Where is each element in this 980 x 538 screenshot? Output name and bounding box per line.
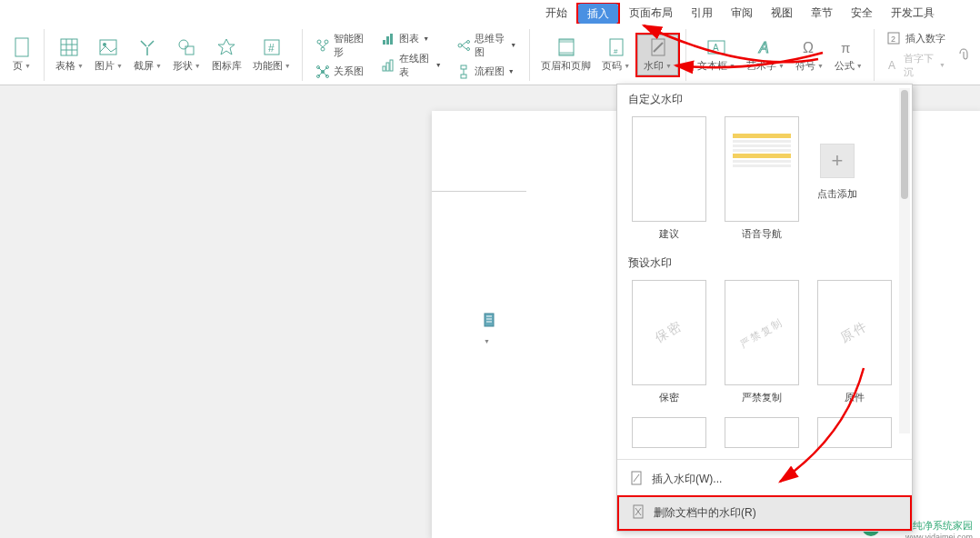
icons-label: 图标库	[212, 59, 242, 73]
menu-start[interactable]: 开始	[536, 2, 576, 25]
insert-number-button[interactable]: 2插入数字	[884, 30, 949, 48]
textbox-button[interactable]: A 文本框▼	[692, 35, 741, 75]
preset-wm-thumb-2[interactable]: 严禁复制	[725, 280, 799, 385]
custom-watermark-title: 自定义水印	[617, 85, 912, 111]
page-options-icon[interactable]: ▼	[484, 313, 496, 327]
svg-point-42	[466, 40, 469, 43]
dropdown-scrollbar[interactable]	[899, 88, 910, 433]
page-icon	[12, 37, 32, 57]
remove-watermark-menu-item[interactable]: 删除文档中的水印(R)	[619, 497, 910, 529]
custom-wm-thumb-1[interactable]	[632, 116, 706, 222]
table-icon	[59, 37, 79, 57]
page-dropdown-button[interactable]: 页▼	[5, 35, 38, 75]
drop-cap-button[interactable]: A首字下沉▼	[884, 50, 949, 81]
flowchart-button[interactable]: 流程图▼	[453, 63, 520, 81]
svg-line-31	[318, 72, 323, 76]
doc-preview-thumb	[725, 117, 798, 221]
watermark-button[interactable]: 水印▼	[637, 35, 678, 75]
equation-icon: π	[838, 37, 858, 57]
mindmap-label: 思维导图	[475, 32, 506, 59]
wordart-label: 艺术字	[746, 59, 776, 73]
menu-page-layout[interactable]: 页面布局	[620, 2, 682, 25]
svg-line-67	[634, 474, 639, 482]
svg-text:π: π	[841, 40, 850, 55]
menu-section[interactable]: 章节	[802, 2, 842, 25]
menu-devtools[interactable]: 开发工具	[882, 2, 944, 25]
icons-button[interactable]: 图标库	[206, 35, 247, 75]
screenshot-label: 截屏	[134, 59, 154, 73]
custom-wm-thumb-2[interactable]	[725, 116, 799, 222]
function-icon: #	[262, 37, 282, 57]
shapes-button[interactable]: 形状▼	[167, 35, 206, 75]
equation-label: 公式	[835, 59, 855, 73]
chart-icon	[381, 32, 395, 46]
svg-rect-45	[461, 75, 466, 78]
preset-wm-thumb-5[interactable]	[725, 417, 799, 448]
insert-wm-icon	[630, 471, 645, 488]
svg-rect-8	[61, 39, 77, 55]
function-label: 功能图	[253, 59, 283, 73]
smartart-button[interactable]: 智能图形	[312, 30, 371, 61]
header-footer-button[interactable]: 页眉和页脚	[535, 35, 596, 75]
flowchart-icon	[456, 65, 471, 79]
chart-label: 图表	[399, 32, 419, 45]
menu-insert[interactable]: 插入	[578, 4, 618, 24]
relation-button[interactable]: 关系图	[312, 63, 371, 81]
menu-review[interactable]: 审阅	[722, 2, 762, 25]
add-custom-wm-label: 点击添加	[817, 187, 857, 201]
online-chart-label: 在线图表	[399, 52, 431, 79]
remove-wm-highlight: 删除文档中的水印(R)	[617, 495, 912, 531]
preset-wm-thumb-3[interactable]: 原件	[817, 280, 892, 385]
page-number-label: 页码	[602, 59, 622, 73]
drop-cap-label: 首字下沉	[904, 52, 935, 79]
svg-point-21	[321, 47, 325, 51]
menu-references[interactable]: 引用	[682, 2, 722, 25]
page-number-button[interactable]: # 页码▼	[596, 35, 635, 75]
remove-wm-label: 删除文档中的水印(R)	[654, 505, 756, 521]
svg-line-23	[323, 44, 326, 47]
preset-wm-thumb-4[interactable]	[632, 417, 706, 448]
insert-watermark-menu-item[interactable]: 插入水印(W)...	[617, 463, 912, 495]
menu-security[interactable]: 安全	[842, 2, 882, 25]
symbol-button[interactable]: Ω 符号▼	[790, 35, 829, 75]
screenshot-button[interactable]: 截屏▼	[128, 35, 167, 75]
page-label: 页	[13, 59, 23, 73]
watermark-icon	[648, 37, 668, 57]
svg-rect-62	[485, 314, 494, 326]
wm-preview-text-3: 原件	[838, 318, 872, 347]
wordart-button[interactable]: A 艺术字▼	[741, 35, 790, 75]
table-button[interactable]: 表格▼	[50, 35, 89, 75]
flowchart-label: 流程图	[475, 65, 505, 78]
online-chart-button[interactable]: 在线图表▼	[377, 50, 445, 81]
wm-preview-text-1: 保密	[653, 318, 686, 347]
wordart-icon: A	[755, 37, 775, 57]
preset-wm-label-2: 严禁复制	[742, 391, 782, 404]
insert-number-label: 插入数字	[905, 32, 945, 45]
svg-line-53	[654, 43, 663, 52]
remove-wm-icon	[632, 504, 646, 522]
svg-rect-35	[390, 34, 393, 45]
add-custom-wm-button[interactable]: +	[820, 144, 855, 178]
relation-icon	[315, 65, 330, 79]
svg-line-30	[323, 67, 327, 72]
equation-button[interactable]: π 公式▼	[829, 35, 868, 75]
picture-button[interactable]: 图片▼	[89, 35, 128, 75]
page-margin-corner	[432, 191, 526, 309]
page-number-icon: #	[606, 37, 626, 57]
mindmap-button[interactable]: 思维导图▼	[453, 30, 520, 61]
symbol-label: 符号	[795, 59, 815, 73]
attachment-icon[interactable]	[953, 46, 975, 65]
svg-text:#: #	[614, 47, 618, 55]
preset-wm-thumb-6[interactable]	[817, 417, 892, 448]
menu-view[interactable]: 视图	[762, 2, 802, 25]
textbox-label: 文本框	[697, 59, 727, 73]
preset-wm-thumb-1[interactable]: 保密	[632, 280, 706, 385]
picture-label: 图片	[95, 59, 115, 73]
drop-cap-icon: A	[887, 58, 900, 73]
function-button[interactable]: # 功能图▼	[247, 35, 296, 75]
table-label: 表格	[55, 59, 75, 73]
chart-button[interactable]: 图表▼	[377, 30, 445, 48]
textbox-icon: A	[706, 37, 726, 57]
svg-line-40	[462, 42, 466, 45]
online-chart-icon	[381, 58, 395, 73]
